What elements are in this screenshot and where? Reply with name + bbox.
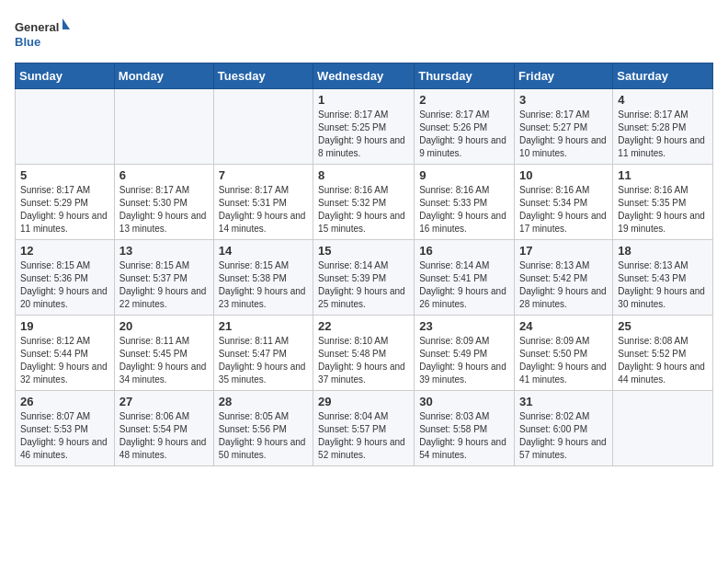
calendar-cell: [114, 89, 213, 165]
calendar-cell: 19Sunrise: 8:12 AMSunset: 5:44 PMDayligh…: [16, 316, 115, 391]
weekday-header-sunday: Sunday: [16, 63, 115, 89]
calendar-cell: 4Sunrise: 8:17 AMSunset: 5:28 PMDaylight…: [613, 89, 713, 165]
day-number: 17: [519, 244, 608, 258]
calendar-table: SundayMondayTuesdayWednesdayThursdayFrid…: [15, 63, 713, 466]
day-info: Sunrise: 8:17 AMSunset: 5:30 PMDaylight:…: [119, 184, 209, 236]
day-info: Sunrise: 8:17 AMSunset: 5:27 PMDaylight:…: [519, 109, 608, 160]
day-number: 24: [519, 319, 608, 333]
week-row-2: 5Sunrise: 8:17 AMSunset: 5:29 PMDaylight…: [16, 165, 713, 240]
logo-svg: General Blue: [15, 15, 70, 52]
calendar-cell: 23Sunrise: 8:09 AMSunset: 5:49 PMDayligh…: [415, 316, 515, 391]
calendar-cell: [613, 391, 713, 466]
day-number: 28: [219, 395, 308, 408]
day-info: Sunrise: 8:14 AMSunset: 5:39 PMDaylight:…: [318, 259, 409, 311]
calendar-cell: 12Sunrise: 8:15 AMSunset: 5:36 PMDayligh…: [16, 240, 115, 316]
weekday-header-wednesday: Wednesday: [313, 63, 415, 89]
day-number: 13: [119, 244, 209, 258]
day-number: 8: [318, 168, 409, 182]
calendar-cell: 25Sunrise: 8:08 AMSunset: 5:52 PMDayligh…: [613, 316, 713, 391]
day-info: Sunrise: 8:09 AMSunset: 5:49 PMDaylight:…: [419, 335, 509, 386]
day-info: Sunrise: 8:16 AMSunset: 5:35 PMDaylight:…: [618, 184, 708, 236]
day-info: Sunrise: 8:12 AMSunset: 5:44 PMDaylight:…: [20, 335, 109, 386]
day-number: 12: [20, 244, 109, 258]
day-info: Sunrise: 8:04 AMSunset: 5:57 PMDaylight:…: [318, 410, 409, 462]
day-number: 18: [618, 244, 708, 258]
week-row-3: 12Sunrise: 8:15 AMSunset: 5:36 PMDayligh…: [16, 240, 713, 316]
day-info: Sunrise: 8:17 AMSunset: 5:25 PMDaylight:…: [318, 109, 409, 160]
svg-text:General: General: [15, 20, 59, 34]
calendar-cell: 18Sunrise: 8:13 AMSunset: 5:43 PMDayligh…: [613, 240, 713, 316]
day-number: 5: [20, 168, 109, 182]
day-number: 30: [419, 395, 509, 408]
day-number: 25: [618, 319, 708, 333]
calendar-cell: [213, 89, 313, 165]
day-info: Sunrise: 8:11 AMSunset: 5:47 PMDaylight:…: [219, 335, 308, 386]
weekday-header-row: SundayMondayTuesdayWednesdayThursdayFrid…: [16, 63, 713, 89]
calendar-cell: 5Sunrise: 8:17 AMSunset: 5:29 PMDaylight…: [16, 165, 115, 240]
calendar-cell: 29Sunrise: 8:04 AMSunset: 5:57 PMDayligh…: [313, 391, 415, 466]
day-number: 19: [20, 319, 109, 333]
page-header: General Blue: [15, 15, 713, 52]
day-info: Sunrise: 8:16 AMSunset: 5:34 PMDaylight:…: [519, 184, 608, 236]
day-number: 22: [318, 319, 409, 333]
calendar-cell: 24Sunrise: 8:09 AMSunset: 5:50 PMDayligh…: [515, 316, 613, 391]
calendar-cell: 8Sunrise: 8:16 AMSunset: 5:32 PMDaylight…: [313, 165, 415, 240]
calendar-cell: 26Sunrise: 8:07 AMSunset: 5:53 PMDayligh…: [16, 391, 115, 466]
calendar-cell: 14Sunrise: 8:15 AMSunset: 5:38 PMDayligh…: [213, 240, 313, 316]
day-number: 29: [318, 395, 409, 408]
day-number: 7: [219, 168, 308, 182]
day-number: 11: [618, 168, 708, 182]
day-info: Sunrise: 8:15 AMSunset: 5:38 PMDaylight:…: [219, 259, 308, 311]
calendar-cell: 10Sunrise: 8:16 AMSunset: 5:34 PMDayligh…: [515, 165, 613, 240]
calendar-cell: 15Sunrise: 8:14 AMSunset: 5:39 PMDayligh…: [313, 240, 415, 316]
day-number: 9: [419, 168, 509, 182]
calendar-cell: 13Sunrise: 8:15 AMSunset: 5:37 PMDayligh…: [114, 240, 213, 316]
day-number: 16: [419, 244, 509, 258]
day-info: Sunrise: 8:09 AMSunset: 5:50 PMDaylight:…: [519, 335, 608, 386]
day-info: Sunrise: 8:17 AMSunset: 5:31 PMDaylight:…: [219, 184, 308, 236]
day-info: Sunrise: 8:08 AMSunset: 5:52 PMDaylight:…: [618, 335, 708, 386]
calendar-cell: 7Sunrise: 8:17 AMSunset: 5:31 PMDaylight…: [213, 165, 313, 240]
day-number: 26: [20, 395, 109, 408]
week-row-1: 1Sunrise: 8:17 AMSunset: 5:25 PMDaylight…: [16, 89, 713, 165]
day-info: Sunrise: 8:16 AMSunset: 5:33 PMDaylight:…: [419, 184, 509, 236]
day-info: Sunrise: 8:15 AMSunset: 5:36 PMDaylight:…: [20, 259, 109, 311]
calendar-cell: 31Sunrise: 8:02 AMSunset: 6:00 PMDayligh…: [515, 391, 613, 466]
calendar-cell: 2Sunrise: 8:17 AMSunset: 5:26 PMDaylight…: [415, 89, 515, 165]
weekday-header-monday: Monday: [114, 63, 213, 89]
calendar-cell: 17Sunrise: 8:13 AMSunset: 5:42 PMDayligh…: [515, 240, 613, 316]
day-info: Sunrise: 8:10 AMSunset: 5:48 PMDaylight:…: [318, 335, 409, 386]
logo: General Blue: [15, 15, 70, 52]
day-info: Sunrise: 8:11 AMSunset: 5:45 PMDaylight:…: [119, 335, 209, 386]
weekday-header-saturday: Saturday: [613, 63, 713, 89]
calendar-cell: 3Sunrise: 8:17 AMSunset: 5:27 PMDaylight…: [515, 89, 613, 165]
day-info: Sunrise: 8:15 AMSunset: 5:37 PMDaylight:…: [119, 259, 209, 311]
calendar-cell: 9Sunrise: 8:16 AMSunset: 5:33 PMDaylight…: [415, 165, 515, 240]
day-number: 6: [119, 168, 209, 182]
day-info: Sunrise: 8:17 AMSunset: 5:28 PMDaylight:…: [618, 109, 708, 160]
day-number: 21: [219, 319, 308, 333]
weekday-header-thursday: Thursday: [415, 63, 515, 89]
calendar-cell: 28Sunrise: 8:05 AMSunset: 5:56 PMDayligh…: [213, 391, 313, 466]
day-info: Sunrise: 8:07 AMSunset: 5:53 PMDaylight:…: [20, 410, 109, 462]
day-number: 4: [618, 93, 708, 107]
day-number: 23: [419, 319, 509, 333]
calendar-cell: 20Sunrise: 8:11 AMSunset: 5:45 PMDayligh…: [114, 316, 213, 391]
calendar-cell: 6Sunrise: 8:17 AMSunset: 5:30 PMDaylight…: [114, 165, 213, 240]
day-number: 10: [519, 168, 608, 182]
weekday-header-tuesday: Tuesday: [213, 63, 313, 89]
day-number: 27: [119, 395, 209, 408]
calendar-cell: 1Sunrise: 8:17 AMSunset: 5:25 PMDaylight…: [313, 89, 415, 165]
day-info: Sunrise: 8:03 AMSunset: 5:58 PMDaylight:…: [419, 410, 509, 462]
day-number: 15: [318, 244, 409, 258]
day-info: Sunrise: 8:06 AMSunset: 5:54 PMDaylight:…: [119, 410, 209, 462]
day-number: 2: [419, 93, 509, 107]
calendar-cell: 22Sunrise: 8:10 AMSunset: 5:48 PMDayligh…: [313, 316, 415, 391]
day-info: Sunrise: 8:17 AMSunset: 5:26 PMDaylight:…: [419, 109, 509, 160]
day-number: 31: [519, 395, 608, 408]
day-info: Sunrise: 8:05 AMSunset: 5:56 PMDaylight:…: [219, 410, 308, 462]
day-info: Sunrise: 8:13 AMSunset: 5:42 PMDaylight:…: [519, 259, 608, 311]
calendar-cell: 27Sunrise: 8:06 AMSunset: 5:54 PMDayligh…: [114, 391, 213, 466]
week-row-4: 19Sunrise: 8:12 AMSunset: 5:44 PMDayligh…: [16, 316, 713, 391]
calendar-cell: 30Sunrise: 8:03 AMSunset: 5:58 PMDayligh…: [415, 391, 515, 466]
